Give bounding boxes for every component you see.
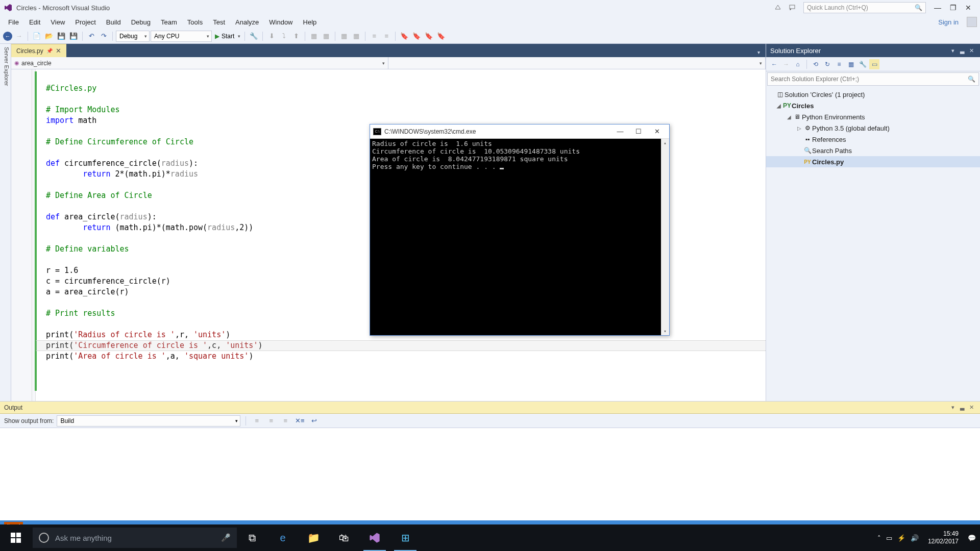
tree-python-version[interactable]: ▷⚙Python 3.5 (global default) — [766, 122, 980, 134]
tab-circles-py[interactable]: Circles.py 📌 ✕ — [11, 44, 66, 57]
sol-refresh-icon[interactable]: ↻ — [822, 59, 832, 69]
bookmark-clear-button[interactable]: 🔖 — [435, 31, 447, 42]
nav-member-dropdown[interactable]: ◉area_circle — [11, 57, 388, 69]
restore-button[interactable]: ❐ — [945, 2, 961, 13]
console-minimize-button[interactable]: — — [611, 126, 629, 138]
solution-search[interactable]: 🔍 — [767, 72, 979, 86]
step-over-button[interactable]: ⤵ — [278, 31, 289, 42]
panel-pin-icon[interactable]: ▃ — [958, 47, 967, 54]
scroll-down-icon[interactable]: ▾ — [661, 327, 669, 335]
sol-collapse-icon[interactable]: ≡ — [834, 59, 844, 69]
avatar-icon[interactable] — [967, 17, 977, 27]
toolbar-btn-6[interactable]: ≡ — [381, 31, 392, 42]
console-body[interactable]: Radius of circle is 1.6 units Circumfere… — [370, 139, 669, 335]
sol-back-icon[interactable]: ← — [769, 59, 779, 69]
expand-icon[interactable]: ▷ — [796, 126, 803, 131]
nav-scope-dropdown[interactable] — [388, 57, 766, 69]
clock[interactable]: 15:49 12/02/2017 — [924, 530, 963, 545]
cmd-button[interactable]: ⊞ — [390, 524, 421, 551]
console-maximize-button[interactable]: ☐ — [629, 126, 648, 138]
tab-close-icon[interactable]: ✕ — [56, 47, 61, 55]
process-button[interactable]: 🔧 — [248, 31, 259, 42]
toolbar-btn-5[interactable]: ≡ — [369, 31, 380, 42]
output-dropdown-icon[interactable]: ▾ — [948, 404, 958, 411]
start-button[interactable] — [0, 524, 32, 551]
menu-tools[interactable]: Tools — [182, 16, 208, 28]
output-wrap-icon[interactable]: ↩ — [308, 415, 320, 427]
sol-show-all-icon[interactable]: ▦ — [846, 59, 856, 69]
solution-search-input[interactable] — [771, 76, 968, 83]
platform-dropdown[interactable]: Any CPU — [151, 31, 212, 42]
menu-window[interactable]: Window — [264, 16, 298, 28]
tray-chevron-icon[interactable]: ˄ — [877, 534, 881, 542]
output-next-icon[interactable]: ≡ — [280, 415, 291, 427]
feedback-icon[interactable] — [787, 3, 797, 13]
toolbar-btn-1[interactable]: ▦ — [308, 31, 320, 42]
config-dropdown[interactable]: Debug — [116, 31, 150, 42]
nav-forward-button[interactable]: → — [13, 31, 24, 42]
save-button[interactable]: 💾 — [56, 31, 67, 42]
toolbar-btn-4[interactable]: ▦ — [351, 31, 362, 42]
bookmark-prev-button[interactable]: 🔖 — [411, 31, 422, 42]
step-out-button[interactable]: ⬆ — [290, 31, 302, 42]
tree-file-circles[interactable]: PYCircles.py — [766, 156, 980, 167]
close-button[interactable]: ✕ — [961, 2, 976, 13]
battery-icon[interactable]: ▭ — [886, 534, 892, 542]
new-project-button[interactable]: 📄 — [31, 31, 42, 42]
console-window[interactable]: C:\ C:\WINDOWS\system32\cmd.exe — ☐ ✕ Ra… — [370, 124, 670, 336]
console-titlebar[interactable]: C:\ C:\WINDOWS\system32\cmd.exe — ☐ ✕ — [370, 124, 669, 139]
expand-icon[interactable]: ◢ — [786, 114, 793, 120]
redo-button[interactable]: ↷ — [98, 31, 109, 42]
menu-edit[interactable]: Edit — [24, 16, 45, 28]
tree-solution[interactable]: ◫Solution 'Circles' (1 project) — [766, 89, 980, 100]
menu-test[interactable]: Test — [208, 16, 230, 28]
open-file-button[interactable]: 📂 — [43, 31, 55, 42]
console-close-button[interactable]: ✕ — [648, 126, 666, 138]
tree-search-paths[interactable]: 🔍Search Paths — [766, 145, 980, 156]
menu-analyze[interactable]: Analyze — [230, 16, 264, 28]
pin-icon[interactable]: 📌 — [46, 48, 53, 54]
expand-icon[interactable]: ◢ — [775, 103, 782, 109]
tab-overflow-button[interactable]: ▾ — [753, 47, 764, 57]
console-scrollbar[interactable]: ▴ ▾ — [661, 139, 669, 335]
quick-launch-input[interactable]: Quick Launch (Ctrl+Q) 🔍 — [803, 2, 926, 13]
panel-dropdown-icon[interactable]: ▾ — [948, 47, 958, 54]
bookmark-button[interactable]: 🔖 — [399, 31, 410, 42]
panel-close-icon[interactable]: ✕ — [967, 47, 976, 54]
start-button[interactable]: ▶Start — [213, 31, 241, 42]
store-button[interactable]: 🛍 — [329, 524, 359, 551]
volume-icon[interactable]: 🔊 — [911, 534, 919, 542]
output-source-dropdown[interactable]: Build — [57, 415, 240, 427]
toolbar-btn-2[interactable]: ▦ — [321, 31, 332, 42]
cortana-search[interactable]: Ask me anything 🎤 — [33, 528, 237, 548]
step-into-button[interactable]: ⬇ — [266, 31, 277, 42]
menu-file[interactable]: File — [3, 16, 24, 28]
menu-team[interactable]: Team — [156, 16, 182, 28]
bookmark-next-button[interactable]: 🔖 — [423, 31, 434, 42]
sol-home-icon[interactable]: ⌂ — [793, 59, 803, 69]
sol-preview-icon[interactable]: ▭ — [869, 59, 879, 69]
action-center-icon[interactable]: 💬 — [968, 534, 976, 542]
tree-python-env[interactable]: ◢🖥Python Environments — [766, 111, 980, 122]
wifi-icon[interactable]: ⚡ — [897, 534, 905, 542]
sol-forward-icon[interactable]: → — [781, 59, 791, 69]
menu-help[interactable]: Help — [298, 16, 322, 28]
sol-sync-icon[interactable]: ⟲ — [811, 59, 821, 69]
output-clear-icon[interactable]: ✕≡ — [294, 415, 305, 427]
save-all-button[interactable]: 💾 — [68, 31, 79, 42]
undo-button[interactable]: ↶ — [86, 31, 97, 42]
nav-back-button[interactable]: ← — [3, 32, 12, 41]
toolbar-btn-3[interactable]: ▦ — [338, 31, 350, 42]
notifications-icon[interactable] — [773, 3, 783, 13]
output-prev-icon[interactable]: ≡ — [265, 415, 277, 427]
sol-props-icon[interactable]: 🔧 — [857, 59, 868, 69]
solution-tree[interactable]: ◫Solution 'Circles' (1 project) ◢PYCircl… — [766, 87, 980, 401]
output-body[interactable] — [0, 428, 980, 520]
sign-in-link[interactable]: Sign in — [938, 18, 964, 26]
task-view-button[interactable]: ⧉ — [237, 524, 267, 551]
output-pin-icon[interactable]: ▃ — [958, 404, 967, 411]
microphone-icon[interactable]: 🎤 — [221, 533, 231, 542]
explorer-button[interactable]: 📁 — [298, 524, 329, 551]
menu-project[interactable]: Project — [70, 16, 101, 28]
edge-button[interactable]: e — [267, 524, 298, 551]
